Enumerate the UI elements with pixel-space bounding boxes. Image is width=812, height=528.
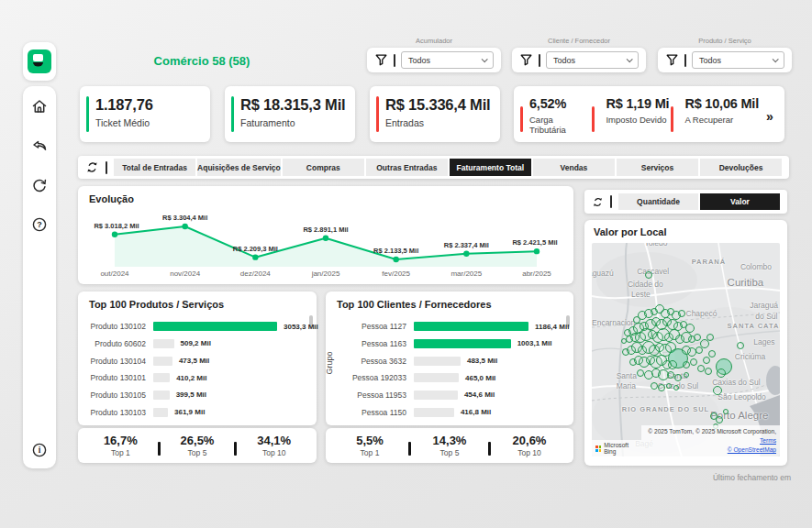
data-point[interactable] [112,232,117,237]
map-label-caxias-do-sul: Caxias do Sul [712,378,760,387]
tab-compras[interactable]: Compras [283,159,364,176]
toggle-valor[interactable]: Valor [700,193,780,210]
expand-more-icon[interactable]: » [759,91,781,142]
data-point[interactable] [463,251,469,257]
data-point[interactable] [393,257,398,262]
map-bubble[interactable] [668,360,677,369]
bar[interactable] [414,373,459,382]
toggle-quantidade[interactable]: Quantidade [618,193,698,210]
microsoft-logo-icon [595,446,601,452]
bar-category-label: Produto 130103 [83,408,146,417]
bar-row-pessoa-1163[interactable]: Pessoa 11631003,1 Mil [342,339,564,348]
bar[interactable] [414,390,458,400]
stat-label: Top 10 [237,448,311,457]
stat-top-5: 26,5%Top 5 [161,434,235,457]
acumulador-select[interactable]: Todos [401,51,494,69]
bar[interactable] [153,390,170,400]
bar-row-produto-130103[interactable]: Produto 130103361,9 Mil [83,408,307,417]
bar-category-label: Produto 130104 [83,357,146,366]
bar[interactable] [153,339,174,348]
bar-row-pessoa-1150[interactable]: Pessoa 1150416,8 Mil [342,408,564,417]
tab-vendas[interactable]: Vendas [533,159,615,176]
top-clients-stats: 5,5%Top 114,3%Top 520,6%Top 10 [326,428,573,463]
divider [539,54,540,67]
bar[interactable] [414,322,528,331]
map-attribution: Microsoft Bing © 2025 TomTom, © 2025 Mic… [592,425,780,456]
bar-row-produto-130105[interactable]: Produto 130105399,5 Mil [83,390,307,400]
data-point[interactable] [534,248,539,254]
map-bubble[interactable] [683,361,690,368]
panel-title: Evolução [89,193,134,204]
bar[interactable] [414,339,511,348]
map-bubble[interactable] [645,271,652,279]
help-icon[interactable]: ? [31,216,48,233]
kpi-value: 6,52% [529,96,590,111]
kpi-accent [520,106,523,132]
x-axis-label: nov/2024 [170,270,200,278]
map-bubble[interactable] [705,368,712,375]
bar-row-pessoa-192033[interactable]: Pessoa 192033465,0 Mil [342,373,564,382]
tab-outras-entradas[interactable]: Outras Entradas [366,159,448,176]
kpi-accent [671,106,673,132]
map-label-toledo: Toledo [644,243,667,248]
data-label: R$ 2.337,4 Mil [444,241,489,249]
bar-category-label: Pessoa 1127 [342,322,406,331]
stat-top-10: 20,6%Top 10 [491,434,568,457]
sync-icon[interactable] [592,196,604,208]
bar-row-produto-130101[interactable]: Produto 130101410,2 Mil [83,373,307,382]
map-label-curitiba: Curitiba [728,277,764,288]
map-canvas[interactable]: ToledoPARANÁColomboCascavelaguazúCidade … [592,243,780,456]
map-bubble[interactable] [706,334,714,341]
openstreetmap-link[interactable]: © OpenStreetMap [728,446,776,453]
tab-total-de-entradas[interactable]: Total de Entradas [114,159,195,176]
refresh-icon[interactable] [31,177,48,193]
bar[interactable] [153,408,168,417]
data-point[interactable] [252,254,258,259]
bar-value-label: 483,5 Mil [467,357,497,365]
tab-faturamento-total[interactable]: Faturamento Total [450,159,531,176]
bar[interactable] [153,322,277,331]
back-undo-icon[interactable] [31,138,48,154]
bar-row-pessoa-1127[interactable]: Pessoa 11271186,4 Mil [342,322,564,331]
info-icon[interactable]: i [31,442,48,458]
produto-servico-select[interactable]: Todos [692,51,784,69]
map-label-santa: Santa [617,371,637,380]
map-label-rio-grande-do-sul: RIO GRANDE DO SUL [622,405,709,413]
stat-top-1: 5,5%Top 1 [331,434,408,457]
chevron-down-icon [773,56,779,62]
home-icon[interactable] [31,98,48,115]
terms-link[interactable]: Terms [760,437,776,444]
data-point[interactable] [323,236,328,241]
tab-aquisic-o-es-de-servic-o[interactable]: Aquisições de Serviço [197,159,281,176]
bar-row-pessoa-11953[interactable]: Pessoa 11953454,6 Mil [342,390,564,400]
map-label-lages: Lages [753,337,774,346]
map-bubble[interactable] [694,334,701,341]
tab-servic-os[interactable]: Serviços [617,159,698,176]
bar-row-produto-130102[interactable]: Produto 1301023053,3 Mil [83,322,307,331]
map-bubble[interactable] [723,409,729,414]
stat-value: 26,5% [161,434,235,447]
cliente-fornecedor-select[interactable]: Todos [546,51,639,69]
data-point[interactable] [182,224,187,229]
evolution-panel: Evolução R$ 3.018,2 Milout/2024R$ 3.304,… [78,186,573,284]
map-bubble[interactable] [737,342,744,349]
map-bubble[interactable] [651,382,658,390]
provider-label: Microsoft Bing [604,442,638,455]
bar[interactable] [414,357,461,366]
bar-row-produto-60602[interactable]: Produto 60602509,2 Mil [83,339,307,348]
stat-label: Top 1 [83,448,158,457]
bar-row-produto-130104[interactable]: Produto 130104473,5 Mil [83,357,307,366]
svg-text:?: ? [37,220,42,229]
bar[interactable] [153,357,172,366]
toggle-strip: QuantidadeValor [618,193,780,210]
sync-icon[interactable] [85,160,99,174]
bar[interactable] [414,408,454,417]
x-axis-label: fev/2025 [382,270,410,278]
bar-row-pessoa-3632[interactable]: Pessoa 3632483,5 Mil [342,357,564,366]
evolution-line-chart[interactable]: R$ 3.018,2 Milout/2024R$ 3.304,4 Milnov/… [85,208,566,280]
tab-devoluc-o-es[interactable]: Devoluções [700,159,782,176]
kpi-accent [231,96,234,132]
bar[interactable] [153,373,170,382]
bar-category-label: Pessoa 192033 [342,373,406,382]
kpi-value: R$ 15.336,4 Mil [385,96,495,114]
